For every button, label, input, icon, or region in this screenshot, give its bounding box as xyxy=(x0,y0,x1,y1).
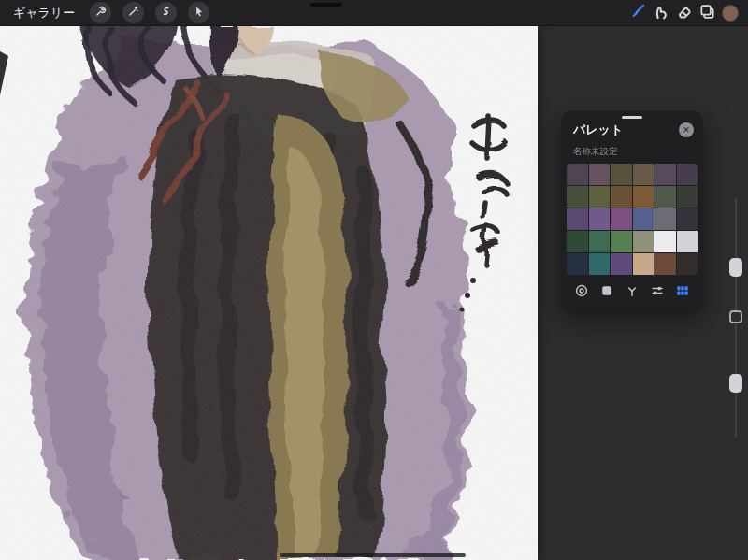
layers-icon xyxy=(698,3,716,23)
toolbar-right-group xyxy=(628,3,739,23)
palette-swatch-r1c4[interactable] xyxy=(654,186,676,208)
modify-button[interactable] xyxy=(729,310,742,323)
multitask-drag-handle[interactable] xyxy=(310,3,342,7)
palette-swatch-r1c2[interactable] xyxy=(611,186,632,208)
palette-mode-value-button[interactable] xyxy=(649,283,666,300)
palette-swatch-r0c1[interactable] xyxy=(589,164,611,185)
palette-swatch-r3c1[interactable] xyxy=(589,231,611,252)
palette-swatch-r3c5[interactable] xyxy=(677,231,698,252)
selection-button[interactable] xyxy=(155,2,177,23)
erase-tool-button[interactable] xyxy=(675,3,692,23)
palette-swatch-r2c0[interactable] xyxy=(567,208,588,230)
transform-button[interactable] xyxy=(188,2,209,23)
classic-square-icon xyxy=(599,283,614,301)
palette-swatch-r0c2[interactable] xyxy=(611,164,632,185)
selection-s-icon xyxy=(160,6,172,21)
brush-sidebar xyxy=(726,198,745,438)
toolbar: ギャラリー xyxy=(0,0,748,26)
palette-swatch-r3c4[interactable] xyxy=(654,231,676,252)
palette-mode-row xyxy=(561,275,703,302)
palette-swatch-r2c3[interactable] xyxy=(633,208,654,230)
palette-swatch-r0c3[interactable] xyxy=(633,164,654,185)
panel-drag-handle[interactable] xyxy=(622,116,642,119)
palette-swatch-r1c5[interactable] xyxy=(677,186,698,208)
painting-artwork xyxy=(0,26,538,560)
palette-swatch-r1c0[interactable] xyxy=(567,186,588,208)
palette-swatch-r4c5[interactable] xyxy=(677,253,698,275)
canvas[interactable] xyxy=(0,26,538,560)
brush-icon xyxy=(628,3,646,23)
arrow-cursor-icon xyxy=(193,6,205,21)
palette-swatch-grid xyxy=(567,164,698,275)
adjustments-button[interactable] xyxy=(122,2,144,23)
palette-swatch-r2c1[interactable] xyxy=(589,208,611,230)
palette-swatch-r0c0[interactable] xyxy=(567,164,588,185)
palette-panel: パレット ✕ 名称未設定 xyxy=(561,111,703,309)
palette-swatch-r3c0[interactable] xyxy=(567,231,588,252)
palette-swatch-r4c4[interactable] xyxy=(654,253,676,275)
home-indicator-handle[interactable] xyxy=(280,553,466,557)
disc-icon xyxy=(574,283,589,301)
palette-swatch-r2c5[interactable] xyxy=(677,208,698,230)
palette-swatch-r3c2[interactable] xyxy=(611,231,632,252)
harmony-icon xyxy=(625,283,640,301)
wrench-icon xyxy=(94,6,107,21)
actions-button[interactable] xyxy=(90,2,111,23)
palette-mode-palettes-button[interactable] xyxy=(674,283,691,300)
palette-mode-disc-button[interactable] xyxy=(573,283,590,300)
palette-swatch-r0c4[interactable] xyxy=(654,164,676,185)
palette-swatch-r4c0[interactable] xyxy=(567,253,588,275)
palette-mode-harmony-button[interactable] xyxy=(624,283,640,300)
brush-size-slider[interactable] xyxy=(729,258,742,277)
palette-swatch-r1c3[interactable] xyxy=(633,186,654,208)
brush-opacity-slider[interactable] xyxy=(729,374,742,393)
palette-swatch-r1c1[interactable] xyxy=(589,186,611,208)
palette-swatch-r4c1[interactable] xyxy=(589,253,611,275)
palette-swatch-r2c4[interactable] xyxy=(654,208,676,230)
palette-swatch-r4c2[interactable] xyxy=(611,253,632,275)
paint-tool-button[interactable] xyxy=(628,3,645,23)
palette-name[interactable]: 名称未設定 xyxy=(561,139,703,164)
palette-swatch-r2c2[interactable] xyxy=(611,208,632,230)
value-sliders-icon xyxy=(650,283,665,301)
palette-mode-classic-button[interactable] xyxy=(598,283,615,300)
palette-swatch-r4c3[interactable] xyxy=(633,253,654,275)
magic-wand-icon xyxy=(127,6,139,21)
palette-swatch-r0c5[interactable] xyxy=(677,164,698,185)
current-color-swatch xyxy=(722,5,739,22)
palette-swatch-r3c3[interactable] xyxy=(633,231,654,252)
close-icon[interactable]: ✕ xyxy=(679,122,694,137)
gallery-button[interactable]: ギャラリー xyxy=(9,5,79,22)
layers-button[interactable] xyxy=(698,3,715,23)
color-button[interactable] xyxy=(722,3,739,23)
toolbar-left-group: ギャラリー xyxy=(9,2,209,23)
smudge-tool-button[interactable] xyxy=(652,3,669,23)
smudge-finger-icon xyxy=(652,3,669,23)
palette-title: パレット xyxy=(573,122,623,138)
palettes-grid-icon xyxy=(675,283,690,301)
eraser-icon xyxy=(675,3,693,23)
